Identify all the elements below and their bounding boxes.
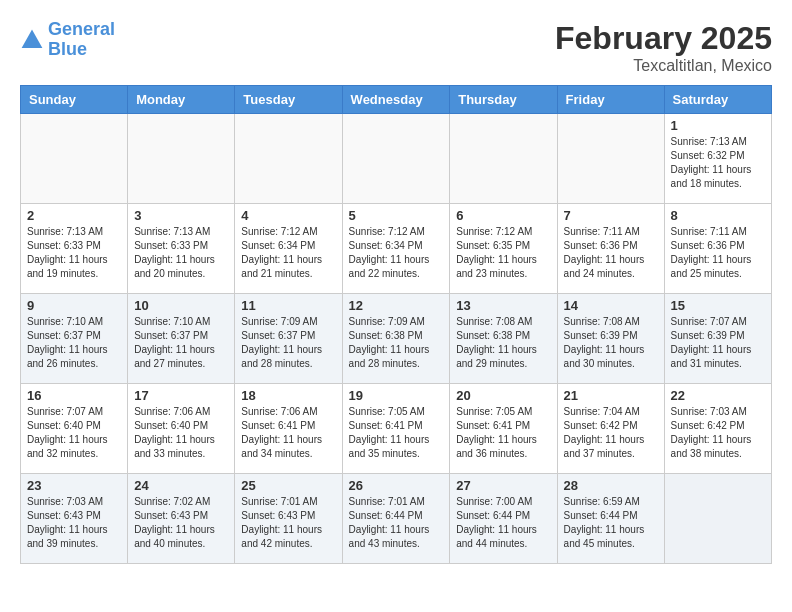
col-header-saturday: Saturday [664,86,771,114]
col-header-monday: Monday [128,86,235,114]
title-area: February 2025 Texcaltitlan, Mexico [555,20,772,75]
day-cell: 1Sunrise: 7:13 AM Sunset: 6:32 PM Daylig… [664,114,771,204]
day-info: Sunrise: 7:03 AM Sunset: 6:42 PM Dayligh… [671,405,765,461]
day-cell: 26Sunrise: 7:01 AM Sunset: 6:44 PM Dayli… [342,474,450,564]
day-info: Sunrise: 7:01 AM Sunset: 6:44 PM Dayligh… [349,495,444,551]
day-info: Sunrise: 7:02 AM Sunset: 6:43 PM Dayligh… [134,495,228,551]
day-number: 5 [349,208,444,223]
day-number: 17 [134,388,228,403]
day-cell: 10Sunrise: 7:10 AM Sunset: 6:37 PM Dayli… [128,294,235,384]
day-number: 19 [349,388,444,403]
day-number: 21 [564,388,658,403]
logo-line1: General [48,19,115,39]
logo: General Blue [20,20,115,60]
day-number: 18 [241,388,335,403]
week-row: 2Sunrise: 7:13 AM Sunset: 6:33 PM Daylig… [21,204,772,294]
day-number: 8 [671,208,765,223]
day-info: Sunrise: 7:01 AM Sunset: 6:43 PM Dayligh… [241,495,335,551]
day-cell: 9Sunrise: 7:10 AM Sunset: 6:37 PM Daylig… [21,294,128,384]
day-cell: 17Sunrise: 7:06 AM Sunset: 6:40 PM Dayli… [128,384,235,474]
day-cell: 12Sunrise: 7:09 AM Sunset: 6:38 PM Dayli… [342,294,450,384]
day-number: 20 [456,388,550,403]
day-number: 27 [456,478,550,493]
day-cell: 22Sunrise: 7:03 AM Sunset: 6:42 PM Dayli… [664,384,771,474]
day-cell: 15Sunrise: 7:07 AM Sunset: 6:39 PM Dayli… [664,294,771,384]
day-info: Sunrise: 7:09 AM Sunset: 6:38 PM Dayligh… [349,315,444,371]
col-header-sunday: Sunday [21,86,128,114]
week-row: 9Sunrise: 7:10 AM Sunset: 6:37 PM Daylig… [21,294,772,384]
week-row: 23Sunrise: 7:03 AM Sunset: 6:43 PM Dayli… [21,474,772,564]
day-cell [128,114,235,204]
day-number: 23 [27,478,121,493]
day-number: 9 [27,298,121,313]
day-number: 12 [349,298,444,313]
logo-text: General Blue [48,20,115,60]
day-info: Sunrise: 7:11 AM Sunset: 6:36 PM Dayligh… [564,225,658,281]
day-number: 28 [564,478,658,493]
col-header-tuesday: Tuesday [235,86,342,114]
col-header-wednesday: Wednesday [342,86,450,114]
day-number: 25 [241,478,335,493]
day-number: 7 [564,208,658,223]
day-info: Sunrise: 7:12 AM Sunset: 6:35 PM Dayligh… [456,225,550,281]
month-title: February 2025 [555,20,772,57]
day-info: Sunrise: 7:13 AM Sunset: 6:32 PM Dayligh… [671,135,765,191]
day-info: Sunrise: 7:05 AM Sunset: 6:41 PM Dayligh… [456,405,550,461]
day-info: Sunrise: 7:10 AM Sunset: 6:37 PM Dayligh… [27,315,121,371]
day-cell [450,114,557,204]
col-header-friday: Friday [557,86,664,114]
day-info: Sunrise: 7:06 AM Sunset: 6:41 PM Dayligh… [241,405,335,461]
day-cell: 28Sunrise: 6:59 AM Sunset: 6:44 PM Dayli… [557,474,664,564]
day-cell: 19Sunrise: 7:05 AM Sunset: 6:41 PM Dayli… [342,384,450,474]
day-info: Sunrise: 6:59 AM Sunset: 6:44 PM Dayligh… [564,495,658,551]
day-info: Sunrise: 7:13 AM Sunset: 6:33 PM Dayligh… [134,225,228,281]
day-info: Sunrise: 7:08 AM Sunset: 6:39 PM Dayligh… [564,315,658,371]
day-info: Sunrise: 7:12 AM Sunset: 6:34 PM Dayligh… [241,225,335,281]
day-info: Sunrise: 7:00 AM Sunset: 6:44 PM Dayligh… [456,495,550,551]
day-cell: 2Sunrise: 7:13 AM Sunset: 6:33 PM Daylig… [21,204,128,294]
day-number: 3 [134,208,228,223]
day-number: 2 [27,208,121,223]
logo-line2: Blue [48,39,87,59]
day-number: 22 [671,388,765,403]
day-cell: 3Sunrise: 7:13 AM Sunset: 6:33 PM Daylig… [128,204,235,294]
logo-icon [20,28,44,52]
day-cell [664,474,771,564]
location-title: Texcaltitlan, Mexico [555,57,772,75]
day-info: Sunrise: 7:12 AM Sunset: 6:34 PM Dayligh… [349,225,444,281]
day-number: 11 [241,298,335,313]
day-info: Sunrise: 7:06 AM Sunset: 6:40 PM Dayligh… [134,405,228,461]
day-info: Sunrise: 7:10 AM Sunset: 6:37 PM Dayligh… [134,315,228,371]
day-number: 6 [456,208,550,223]
day-info: Sunrise: 7:04 AM Sunset: 6:42 PM Dayligh… [564,405,658,461]
day-info: Sunrise: 7:09 AM Sunset: 6:37 PM Dayligh… [241,315,335,371]
day-cell: 13Sunrise: 7:08 AM Sunset: 6:38 PM Dayli… [450,294,557,384]
day-cell: 24Sunrise: 7:02 AM Sunset: 6:43 PM Dayli… [128,474,235,564]
day-cell: 21Sunrise: 7:04 AM Sunset: 6:42 PM Dayli… [557,384,664,474]
col-header-thursday: Thursday [450,86,557,114]
day-cell: 6Sunrise: 7:12 AM Sunset: 6:35 PM Daylig… [450,204,557,294]
day-cell: 11Sunrise: 7:09 AM Sunset: 6:37 PM Dayli… [235,294,342,384]
day-info: Sunrise: 7:11 AM Sunset: 6:36 PM Dayligh… [671,225,765,281]
day-number: 16 [27,388,121,403]
day-number: 1 [671,118,765,133]
day-cell: 4Sunrise: 7:12 AM Sunset: 6:34 PM Daylig… [235,204,342,294]
day-cell: 7Sunrise: 7:11 AM Sunset: 6:36 PM Daylig… [557,204,664,294]
week-row: 16Sunrise: 7:07 AM Sunset: 6:40 PM Dayli… [21,384,772,474]
calendar: SundayMondayTuesdayWednesdayThursdayFrid… [20,85,772,564]
day-number: 10 [134,298,228,313]
day-info: Sunrise: 7:05 AM Sunset: 6:41 PM Dayligh… [349,405,444,461]
header-row: SundayMondayTuesdayWednesdayThursdayFrid… [21,86,772,114]
day-cell [342,114,450,204]
day-info: Sunrise: 7:03 AM Sunset: 6:43 PM Dayligh… [27,495,121,551]
day-cell: 14Sunrise: 7:08 AM Sunset: 6:39 PM Dayli… [557,294,664,384]
day-cell: 27Sunrise: 7:00 AM Sunset: 6:44 PM Dayli… [450,474,557,564]
day-number: 13 [456,298,550,313]
day-cell: 18Sunrise: 7:06 AM Sunset: 6:41 PM Dayli… [235,384,342,474]
day-info: Sunrise: 7:07 AM Sunset: 6:39 PM Dayligh… [671,315,765,371]
day-info: Sunrise: 7:07 AM Sunset: 6:40 PM Dayligh… [27,405,121,461]
day-cell: 23Sunrise: 7:03 AM Sunset: 6:43 PM Dayli… [21,474,128,564]
day-number: 26 [349,478,444,493]
day-cell: 5Sunrise: 7:12 AM Sunset: 6:34 PM Daylig… [342,204,450,294]
day-number: 14 [564,298,658,313]
